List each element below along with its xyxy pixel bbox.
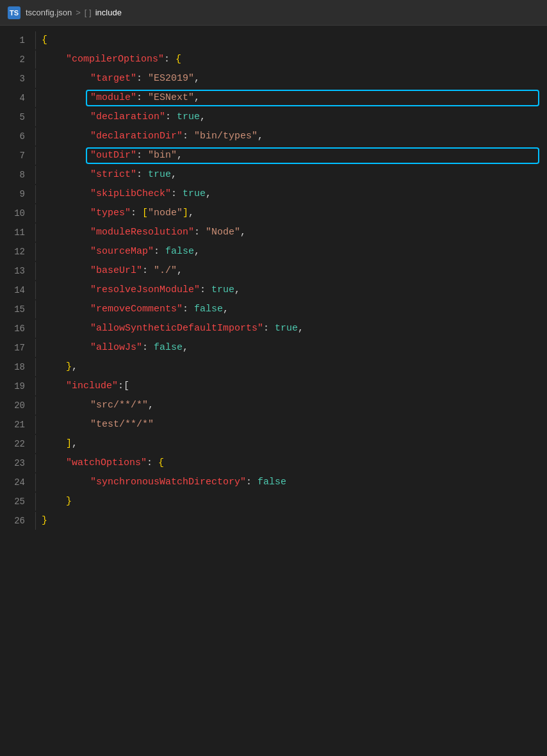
code-line: 1{ <box>0 31 547 50</box>
line-number: 15 <box>0 304 35 315</box>
code-content: "compilerOptions": { <box>37 51 181 69</box>
line-number: 2 <box>0 54 35 65</box>
breadcrumb-include: include <box>95 8 122 17</box>
code-line: 3"target": "ES2019", <box>0 69 547 88</box>
breadcrumb-sep1: > <box>76 8 81 17</box>
code-content: "module": "ESNext", <box>37 89 200 107</box>
code-line: 11"moduleResolution": "Node", <box>0 223 547 242</box>
code-line: 21"test/**/*" <box>0 415 547 434</box>
code-content: "include":[ <box>37 377 129 395</box>
line-number: 22 <box>0 439 35 449</box>
editor: 1{2"compilerOptions": {3"target": "ES201… <box>0 26 547 530</box>
line-number: 4 <box>0 93 35 103</box>
code-content: "test/**/*" <box>37 416 154 434</box>
code-line: 4"module": "ESNext", <box>0 88 547 108</box>
code-line: 10"types": ["node"], <box>0 204 547 223</box>
line-number: 9 <box>0 189 35 199</box>
line-number: 11 <box>0 227 35 238</box>
code-content: "sourceMap": false, <box>37 243 200 261</box>
code-line: 6"declarationDir": "bin/types", <box>0 127 547 146</box>
breadcrumb-brackets: [ ] <box>85 8 92 17</box>
line-number: 24 <box>0 477 35 488</box>
line-number: 1 <box>0 35 35 45</box>
code-content: } <box>37 493 72 511</box>
code-line: 14"resolveJsonModule": true, <box>0 281 547 300</box>
code-content: "watchOptions": { <box>37 454 164 472</box>
code-line: 12"sourceMap": false, <box>0 242 547 261</box>
line-number: 10 <box>0 208 35 218</box>
line-number: 6 <box>0 131 35 142</box>
code-content: ], <box>37 435 78 453</box>
code-line: 23"watchOptions": { <box>0 454 547 473</box>
code-content: "target": "ES2019", <box>37 70 200 88</box>
line-number: 8 <box>0 170 35 180</box>
code-line: 8"strict": true, <box>0 165 547 185</box>
title-bar: TS tsconfig.json > [ ] include <box>0 0 547 26</box>
line-number: 19 <box>0 381 35 391</box>
code-content: "types": ["node"], <box>37 204 194 222</box>
line-number: 17 <box>0 343 35 353</box>
code-line: 9"skipLibCheck": true, <box>0 185 547 204</box>
code-content: } <box>37 512 47 530</box>
code-content: { <box>37 31 47 49</box>
code-line: 15"removeComments": false, <box>0 300 547 319</box>
code-line: 25} <box>0 492 547 511</box>
code-content: "strict": true, <box>37 166 177 184</box>
line-number: 12 <box>0 247 35 257</box>
line-number: 14 <box>0 285 35 295</box>
line-number: 5 <box>0 112 35 122</box>
ts-icon: TS <box>8 6 20 19</box>
code-line: 2"compilerOptions": { <box>0 50 547 69</box>
line-number: 3 <box>0 74 35 84</box>
line-number: 23 <box>0 458 35 468</box>
line-number: 13 <box>0 266 35 276</box>
code-line: 19"include":[ <box>0 377 547 396</box>
line-number: 18 <box>0 362 35 372</box>
code-content: "resolveJsonModule": true, <box>37 281 240 299</box>
code-content: "allowJs": false, <box>37 339 188 357</box>
breadcrumb: tsconfig.json > [ ] include <box>26 8 122 17</box>
code-content: "src/**/*", <box>37 397 154 415</box>
code-content: "removeComments": false, <box>37 300 229 318</box>
line-number: 7 <box>0 151 35 161</box>
code-line: 26} <box>0 511 547 530</box>
line-number: 20 <box>0 400 35 411</box>
line-number: 16 <box>0 324 35 334</box>
code-line: 18}, <box>0 357 547 377</box>
line-number: 25 <box>0 497 35 507</box>
code-content: "declarationDir": "bin/types", <box>37 127 263 145</box>
filename: tsconfig.json <box>26 8 72 17</box>
code-line: 20"src/**/*", <box>0 396 547 415</box>
code-content: "declaration": true, <box>37 108 206 126</box>
line-number: 21 <box>0 420 35 430</box>
code-content: "synchronousWatchDirectory": false <box>37 473 286 491</box>
code-line: 24"synchronousWatchDirectory": false <box>0 473 547 492</box>
code-line: 17"allowJs": false, <box>0 338 547 357</box>
code-content: "skipLibCheck": true, <box>37 185 211 203</box>
code-content: }, <box>37 358 78 376</box>
code-content: "allowSyntheticDefaultImports": true, <box>37 320 304 338</box>
code-content: "moduleResolution": "Node", <box>37 224 246 242</box>
code-line: 16"allowSyntheticDefaultImports": true, <box>0 319 547 338</box>
code-content: "outDir": "bin", <box>37 147 183 165</box>
code-line: 7"outDir": "bin", <box>0 146 547 165</box>
code-line: 5"declaration": true, <box>0 108 547 127</box>
line-number: 26 <box>0 516 35 526</box>
code-line: 22], <box>0 434 547 454</box>
code-line: 13"baseUrl": "./", <box>0 261 547 281</box>
code-content: "baseUrl": "./", <box>37 262 183 280</box>
